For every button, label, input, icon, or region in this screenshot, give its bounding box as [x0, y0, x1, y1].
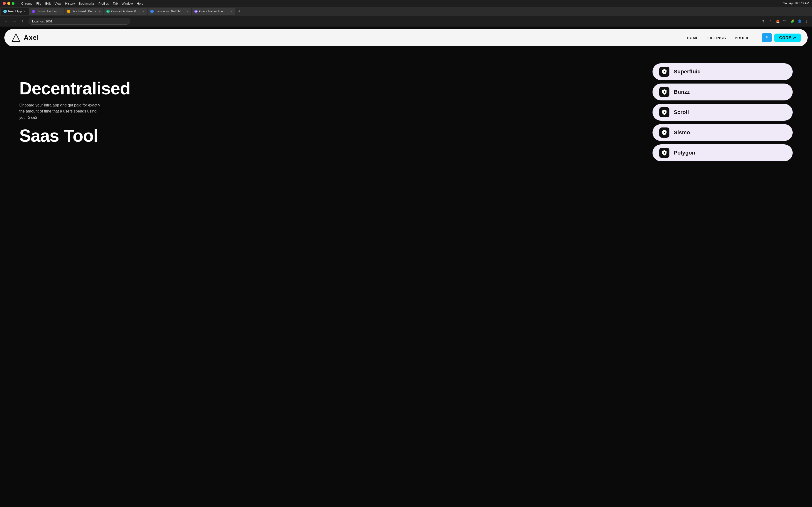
- code-button[interactable]: CODE ↗: [774, 34, 801, 42]
- forward-button[interactable]: →: [11, 18, 18, 24]
- os-bar: Chrome File Edit View History Bookmarks …: [0, 0, 812, 7]
- tab-sismo-label: Sismo | Factory: [37, 10, 57, 13]
- os-menu-view[interactable]: View: [55, 2, 61, 5]
- os-time: Sun Apr 16 5:12 AM: [783, 2, 809, 5]
- window-controls[interactable]: [3, 2, 14, 5]
- code-button-label: CODE ↗: [779, 36, 796, 40]
- protocol-name-scroll: Scroll: [674, 109, 689, 115]
- protocol-item-sismo[interactable]: Sismo: [653, 124, 793, 141]
- extension-icon-fox[interactable]: 🦊: [775, 18, 780, 24]
- protocol-shield-polygon: [659, 148, 669, 158]
- tab-close-transaction[interactable]: ✕: [186, 10, 189, 13]
- nav-link-home[interactable]: HOME: [687, 36, 699, 40]
- close-window-btn[interactable]: [3, 2, 6, 5]
- os-menu-edit[interactable]: Edit: [45, 2, 51, 5]
- share-icon[interactable]: ⬆: [760, 18, 766, 24]
- os-status-bar: Sun Apr 16 5:12 AM: [783, 2, 809, 5]
- tab-bunzz-label: Dashboard | Bunzz: [72, 10, 96, 13]
- tab-close-react-app[interactable]: ✕: [23, 10, 27, 13]
- tab-close-goerli[interactable]: ✕: [230, 10, 233, 13]
- shield-icon-polygon: [661, 150, 667, 156]
- hero-left: Decentralised Onboard your infra app and…: [19, 79, 653, 145]
- svg-point-5: [664, 132, 665, 133]
- address-bar-icons: ⬆ ☆ 🦊 🛡 🧩 👤 ⋮: [760, 18, 810, 24]
- nav-links: HOME LISTINGS PROFILE: [687, 36, 752, 40]
- shield-icon-superfluid: [661, 68, 667, 75]
- shield-icon-scroll: [661, 109, 667, 115]
- tab-bunzz[interactable]: B Dashboard | Bunzz ✕: [64, 8, 104, 15]
- protocol-name-superfluid: Superfluid: [674, 68, 701, 75]
- os-menu-file[interactable]: File: [36, 2, 41, 5]
- os-menu-bar: Chrome File Edit View History Bookmarks …: [21, 2, 143, 5]
- profile-icon[interactable]: 👤: [797, 18, 802, 24]
- bookmark-icon[interactable]: ☆: [767, 18, 773, 24]
- protocol-item-scroll[interactable]: Scroll: [653, 104, 793, 121]
- tab-close-contract[interactable]: ✕: [142, 10, 145, 13]
- navbar: Axel HOME LISTINGS PROFILE 𝕏 CODE ↗: [4, 29, 808, 46]
- tab-goerli[interactable]: G Goerli Transaction Hash (Txha... ✕: [192, 8, 236, 15]
- fullscreen-window-btn[interactable]: [12, 2, 14, 5]
- os-menu-chrome[interactable]: Chrome: [21, 2, 33, 5]
- protocol-name-polygon: Polygon: [674, 150, 695, 156]
- tab-react-app-label: React App: [8, 10, 21, 13]
- protocol-shield-bunzz: [659, 87, 669, 97]
- os-menu-tab[interactable]: Tab: [113, 2, 118, 5]
- hero-description: Onboard your infra app and get paid for …: [19, 102, 101, 121]
- more-options-icon[interactable]: ⋮: [804, 18, 810, 24]
- tab-sismo[interactable]: S Sismo | Factory ✕: [29, 8, 64, 15]
- address-bar-row: ← → ↻ ⬆ ☆ 🦊 🛡 🧩 👤 ⋮: [0, 16, 812, 26]
- hero-title-1: Decentralised: [19, 79, 643, 98]
- protocol-item-bunzz[interactable]: Bunzz: [653, 83, 793, 101]
- os-menu-bookmarks[interactable]: Bookmarks: [79, 2, 95, 5]
- extension-icon-shield[interactable]: 🛡: [782, 18, 788, 24]
- protocol-shield-superfluid: [659, 67, 669, 77]
- tab-transaction-label: Transaction 0x4f3bfc2d4e5e1...: [155, 10, 184, 13]
- tab-transaction[interactable]: T Transaction 0x4f3bfc2d4e5e1... ✕: [148, 8, 191, 15]
- os-menu-profiles[interactable]: Profiles: [98, 2, 109, 5]
- tab-goerli-label: Goerli Transaction Hash (Txha...: [199, 10, 228, 13]
- app-wrapper: Axel HOME LISTINGS PROFILE 𝕏 CODE ↗ Dece…: [0, 29, 812, 507]
- os-menu-history[interactable]: History: [65, 2, 75, 5]
- protocol-list: Superfluid Bunzz Scrol: [653, 63, 793, 161]
- hero-section: Decentralised Onboard your infra app and…: [0, 49, 812, 176]
- minimize-window-btn[interactable]: [7, 2, 10, 5]
- svg-point-4: [664, 112, 665, 113]
- os-menu-window[interactable]: Window: [121, 2, 133, 5]
- protocol-name-sismo: Sismo: [674, 129, 690, 136]
- browser-tab-bar: ⚛ React App ✕ S Sismo | Factory ✕ B Dash…: [0, 7, 812, 16]
- new-tab-button[interactable]: +: [236, 8, 243, 15]
- logo-area[interactable]: Axel: [11, 33, 39, 43]
- twitter-button[interactable]: 𝕏: [762, 33, 772, 42]
- address-input[interactable]: [29, 18, 130, 24]
- tab-contract[interactable]: C Contract Address 0x72dd8c2... ✕: [104, 8, 147, 15]
- shield-icon-sismo: [661, 129, 667, 136]
- hero-title-2: Saas Tool: [19, 126, 643, 145]
- logo-icon: [11, 33, 21, 43]
- tab-react-app[interactable]: ⚛ React App ✕: [1, 8, 29, 15]
- tab-close-sismo[interactable]: ✕: [58, 10, 62, 13]
- nav-link-profile[interactable]: PROFILE: [735, 36, 752, 40]
- os-menu-help[interactable]: Help: [137, 2, 143, 5]
- svg-point-2: [664, 71, 665, 72]
- twitter-icon: 𝕏: [765, 35, 769, 40]
- tab-contract-label: Contract Address 0x72dd8c2...: [111, 10, 140, 13]
- extension-icon-puzzle[interactable]: 🧩: [789, 18, 795, 24]
- svg-point-3: [664, 91, 665, 93]
- protocol-shield-sismo: [659, 127, 669, 137]
- protocol-item-superfluid[interactable]: Superfluid: [653, 63, 793, 80]
- tab-close-bunzz[interactable]: ✕: [98, 10, 101, 13]
- svg-point-6: [664, 152, 665, 154]
- protocol-name-bunzz: Bunzz: [674, 89, 690, 95]
- nav-actions: 𝕏 CODE ↗: [762, 33, 801, 42]
- back-button[interactable]: ←: [2, 18, 9, 24]
- nav-link-listings[interactable]: LISTINGS: [707, 36, 726, 40]
- logo-text: Axel: [24, 34, 39, 42]
- reload-button[interactable]: ↻: [20, 18, 27, 24]
- protocol-shield-scroll: [659, 107, 669, 117]
- shield-icon-bunzz: [661, 89, 667, 95]
- protocol-item-polygon[interactable]: Polygon: [653, 145, 793, 161]
